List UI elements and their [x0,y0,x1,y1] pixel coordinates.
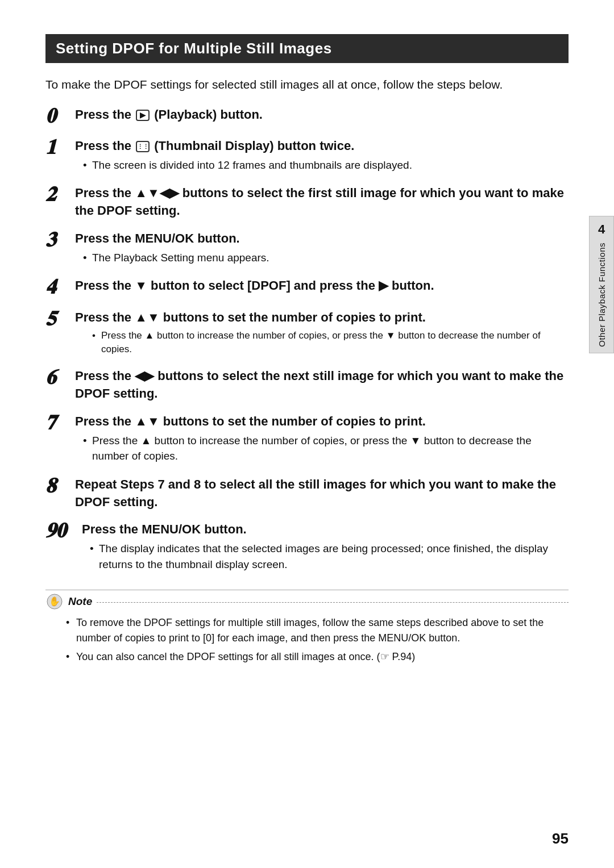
section-header: Setting DPOF for Multiple Still Images [45,34,569,63]
step-3: 𝟐 Press the ▲▼◀▶ buttons to select the f… [45,185,569,220]
note-header: ✋ Note [45,592,569,611]
step-5: 𝟒 Press the ▼ button to select [DPOF] an… [45,277,569,299]
note-items-list: To remove the DPOF settings for multiple… [45,615,569,665]
step-2-sub-1: The screen is divided into 12 frames and… [83,157,569,173]
step-7: 𝟔 Press the ◀▶ buttons to select the nex… [45,368,569,403]
step-8: 𝟕 Press the ▲▼ buttons to set the number… [45,413,569,466]
step-10-content: Press the MENU/OK button. The display in… [82,521,569,574]
step-6-main: Press the ▲▼ buttons to set the number o… [75,309,569,327]
page-container: Setting DPOF for Multiple Still Images T… [0,0,614,868]
step-6-note-1: Press the ▲ button to increase the numbe… [92,329,569,356]
step-4-main: Press the MENU/OK button. [75,230,569,248]
step-10: 𝟗𝟎 Press the MENU/OK button. The display… [45,521,569,574]
step-5-content: Press the ▼ button to select [DPOF] and … [75,277,569,295]
note-icon: ✋ [45,592,64,611]
step-2-main: Press the ⋮⋮ (Thumbnail Display) button … [75,137,569,155]
step-1-content: Press the ▶ (Playback) button. [75,106,569,124]
note-section: ✋ Note To remove the DPOF settings for m… [45,590,569,665]
step-2-subs: The screen is divided into 12 frames and… [75,157,569,173]
steps-list: 𝟎 Press the ▶ (Playback) button. 𝟏 Press… [45,106,569,574]
step-6-note: Press the ▲ button to increase the numbe… [75,329,569,356]
step-9-main: Repeat Steps 7 and 8 to select all the s… [75,476,569,511]
note-item-1: To remove the DPOF settings for multiple… [66,615,569,646]
playback-icon: ▶ [136,110,150,121]
step-6-content: Press the ▲▼ buttons to set the number o… [75,309,569,357]
step-7-content: Press the ◀▶ buttons to select the next … [75,368,569,403]
step-10-main: Press the MENU/OK button. [82,521,569,539]
note-label: Note [68,595,92,608]
step-number-10: 𝟗𝟎 [45,520,82,542]
page-number: 95 [552,830,569,848]
step-2-content: Press the ⋮⋮ (Thumbnail Display) button … [75,137,569,174]
step-number-5: 𝟒 [45,276,75,299]
step-6: 𝟓 Press the ▲▼ buttons to set the number… [45,309,569,357]
intro-paragraph: To make the DPOF settings for selected s… [45,76,569,94]
step-4-sub-1: The Playback Setting menu appears. [83,250,569,266]
step-10-sub-1: The display indicates that the selected … [90,541,569,572]
step-number-9: 𝟖 [45,475,75,498]
svg-text:✋: ✋ [49,596,60,607]
step-3-main: Press the ▲▼◀▶ buttons to select the fir… [75,185,569,220]
step-8-main: Press the ▲▼ buttons to set the number o… [75,413,569,431]
step-1: 𝟎 Press the ▶ (Playback) button. [45,106,569,128]
note-divider [97,602,569,603]
step-4-subs: The Playback Setting menu appears. [75,250,569,266]
sidebar-tab-number: 4 [598,222,605,237]
step-number-7: 𝟔 [45,366,75,389]
step-10-subs: The display indicates that the selected … [82,541,569,572]
step-3-content: Press the ▲▼◀▶ buttons to select the fir… [75,185,569,220]
thumbnail-icon: ⋮⋮ [136,141,150,152]
step-4-content: Press the MENU/OK button. The Playback S… [75,230,569,267]
note-item-2: You can also cancel the DPOF settings fo… [66,649,569,665]
note-hand-icon: ✋ [46,593,63,610]
step-number-6: 𝟓 [45,308,75,331]
step-number-3: 𝟐 [45,183,75,206]
step-7-main: Press the ◀▶ buttons to select the next … [75,368,569,403]
step-2: 𝟏 Press the ⋮⋮ (Thumbnail Display) butto… [45,137,569,174]
step-8-content: Press the ▲▼ buttons to set the number o… [75,413,569,466]
step-8-sub-1: Press the ▲ button to increase the numbe… [83,433,569,464]
section-title: Setting DPOF for Multiple Still Images [56,40,332,57]
step-8-subs: Press the ▲ button to increase the numbe… [75,433,569,464]
step-4: 𝟑 Press the MENU/OK button. The Playback… [45,230,569,267]
step-5-main: Press the ▼ button to select [DPOF] and … [75,277,569,295]
sidebar-tab: 4 Other Playback Functions [589,216,614,353]
sidebar-tab-text: Other Playback Functions [597,243,607,347]
step-9: 𝟖 Repeat Steps 7 and 8 to select all the… [45,476,569,511]
step-number-8: 𝟕 [45,412,75,435]
step-number-2: 𝟏 [45,136,75,159]
step-number-4: 𝟑 [45,229,75,252]
step-9-content: Repeat Steps 7 and 8 to select all the s… [75,476,569,511]
step-1-main: Press the ▶ (Playback) button. [75,106,569,124]
step-number-1: 𝟎 [45,105,75,128]
